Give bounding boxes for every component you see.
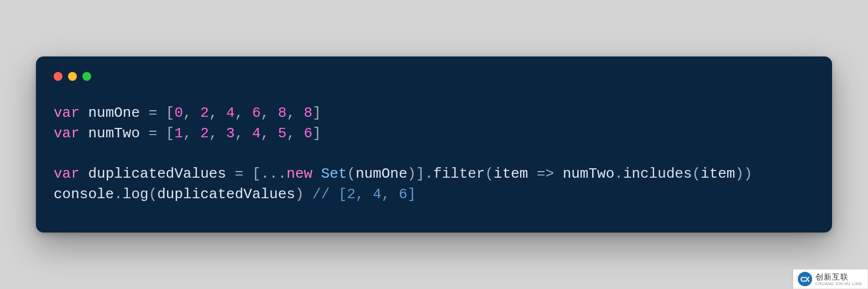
code-token: .: [114, 186, 123, 203]
code-token: (: [347, 166, 356, 182]
code-line: console.log(duplicatedValues) // [2, 4, …: [54, 186, 416, 203]
code-line: var numOne = [0, 2, 4, 6, 8, 8]: [54, 105, 321, 121]
code-token: numTwo: [88, 125, 148, 142]
code-token: (: [485, 166, 494, 182]
code-token: log: [123, 186, 149, 203]
code-token: ,: [235, 125, 252, 142]
code-token: console: [54, 186, 114, 203]
code-token: 6: [252, 105, 261, 121]
code-token: // [2, 4, 6]: [312, 186, 416, 203]
code-token: ,: [209, 105, 226, 121]
code-token: = [: [235, 166, 261, 182]
code-block: var numOne = [0, 2, 4, 6, 8, 8] var numT…: [54, 103, 814, 205]
code-token: = [: [149, 105, 175, 121]
code-token: ,: [183, 105, 200, 121]
watermark-abbr: CX: [801, 275, 809, 283]
code-token: (: [692, 166, 701, 182]
code-token: var: [54, 166, 88, 182]
close-icon[interactable]: [54, 72, 62, 81]
code-token: 2: [200, 125, 209, 142]
code-token: ,: [209, 125, 226, 142]
code-token: ,: [261, 125, 278, 142]
code-token: 1: [174, 125, 183, 142]
code-token: duplicatedValues: [157, 186, 295, 203]
code-token: numTwo: [563, 166, 615, 182]
code-token: 4: [226, 105, 235, 121]
code-token: .: [614, 166, 623, 182]
code-token: filter: [433, 166, 485, 182]
code-token: ]: [312, 125, 321, 142]
minimize-icon[interactable]: [68, 72, 77, 81]
code-token: 4: [252, 125, 261, 142]
code-token: 3: [226, 125, 235, 142]
code-token: 5: [278, 125, 287, 142]
code-token: =>: [537, 166, 563, 182]
code-line: var numTwo = [1, 2, 3, 4, 5, 6]: [54, 125, 321, 142]
code-token: Set: [321, 166, 347, 182]
code-token: = [: [149, 125, 175, 142]
code-token: ,: [286, 105, 304, 121]
code-token: duplicatedValues: [88, 166, 234, 182]
code-line: var duplicatedValues = [...new Set(numOn…: [54, 166, 752, 182]
code-token: 8: [304, 105, 313, 121]
code-token: var: [54, 105, 88, 121]
code-token: 0: [174, 105, 183, 121]
code-token: ...: [260, 166, 286, 182]
code-token: ]: [312, 105, 321, 121]
code-token: var: [54, 125, 88, 142]
code-token: ,: [235, 105, 252, 121]
watermark-line1: 创新互联: [815, 273, 862, 281]
stage: var numOne = [0, 2, 4, 6, 8, 8] var numT…: [0, 0, 868, 289]
code-token: ): [295, 186, 312, 203]
code-token: numOne: [355, 166, 407, 182]
code-window: var numOne = [0, 2, 4, 6, 8, 8] var numT…: [36, 56, 832, 233]
code-token: ,: [261, 105, 278, 121]
code-token: )].: [407, 166, 433, 182]
window-controls: [54, 72, 814, 81]
code-token: item: [494, 166, 537, 182]
code-token: numOne: [88, 105, 148, 121]
code-token: )): [735, 166, 752, 182]
code-token: 2: [200, 105, 209, 121]
watermark-logo-icon: CX: [798, 272, 812, 286]
code-token: ,: [183, 125, 200, 142]
code-token: ,: [286, 125, 304, 142]
code-token: 8: [278, 105, 287, 121]
code-token: item: [700, 166, 735, 182]
zoom-icon[interactable]: [82, 72, 91, 81]
watermark-text: 创新互联 CHUANG XIN HU LIAN: [815, 273, 862, 286]
code-token: 6: [304, 125, 313, 142]
watermark-line2: CHUANG XIN HU LIAN: [815, 282, 862, 286]
code-token: (: [149, 186, 158, 203]
watermark: CX 创新互联 CHUANG XIN HU LIAN: [793, 269, 868, 289]
code-token: includes: [623, 166, 692, 182]
code-token: new: [286, 166, 321, 182]
